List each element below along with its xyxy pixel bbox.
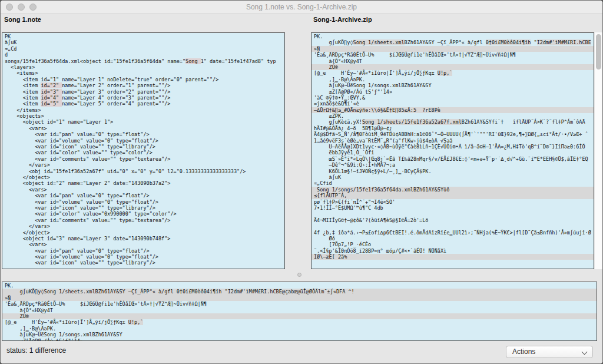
code-line: <var id="icon" value="" type="library"/>: [5, 205, 284, 211]
code-line: –Dê°¬^&9ì:Q›:Î•hMÃ7¬;a: [314, 162, 594, 168]
code-line: à{Ô°«HX@y4T: [314, 58, 594, 64]
code-line: <vars>: [5, 125, 284, 131]
code-line: <vars>: [5, 241, 284, 247]
code-line: <items>: [5, 70, 284, 76]
code-line: </object>: [5, 230, 284, 236]
code-line: ≈„Cd: [5, 46, 284, 52]
title-bar: Song 1.note vs. Song-1-Archive.zip: [1, 1, 602, 14]
code-line: à{Ô°«HX@y4T: [5, 307, 597, 313]
code-line: 7•1!ÎÍ–°Ë$UMΩ'™û¶"C 4db: [314, 205, 594, 211]
code-line: g∫uKÕ∏y◊Song 1/sheets.xmlBZh61AY&SY –Çï_…: [2, 289, 597, 294]
code-line: <layers>: [5, 64, 284, 70]
code-line: <var id="pan" value="0" type="float"/>: [5, 248, 284, 254]
code-line: hÄI#@&ÔÅà¿ 4–ö 5B¶1@Ü@–¢¿: [314, 125, 594, 131]
code-line: <objects>: [5, 113, 284, 119]
code-line: ZÚ®: [2, 313, 597, 319]
code-line: [314, 211, 594, 217]
window-title: Song 1.note vs. Song-1-Archive.zip: [1, 3, 602, 11]
filemerge-window: Song 1.note vs. Song-1-Archive.zip Song …: [0, 0, 603, 364]
actions-dropdown[interactable]: Actions: [506, 346, 593, 358]
code-line: <item id="5" name="Layer 5" order="4" pa…: [5, 101, 284, 107]
splitter-handle[interactable]: [297, 273, 302, 277]
code-line: <obj id="15fe1f36a52a67f" uid="0" x="0" …: [5, 168, 284, 174]
code-line: <var id="color" value="" type="color"/>: [5, 150, 284, 155]
code-line: 1…åé9vëF3s˙èØè„va¨RtÊM¨„R"(a"flKw›jû$4≥ò…: [314, 138, 594, 144]
code-line: ZÚ®: [312, 64, 594, 70]
code-line: [314, 223, 594, 229]
code-line: PK.: [314, 34, 594, 39]
code-line: <var id="color" value="0x990000" type="c…: [5, 211, 284, 217]
code-line: <var id="icon" value="" type="library"/>: [5, 260, 284, 266]
status-text: status: 1 difference: [6, 346, 66, 355]
code-line: ∞jxnåö$è&Q¶í'«è: [314, 101, 594, 107]
code-line: <var id="pan" value="0" type="float"/>: [5, 131, 284, 137]
code-line: <object id="2" name="Layer 2" date="1430…: [5, 180, 284, 186]
code-line: g∫uKÕ∏y◊Song 1/sheets.xmlBZh61AY&SY –Çï_…: [314, 39, 594, 45]
code-line: ‚]‗·B@\ÄəPK.: [5, 326, 597, 332]
code-line: ≈„Cfid: [314, 180, 594, 186]
merged-result-pane[interactable]: PK. g∫uKÕ∏y◊Song 1/sheets.xmlBZh61AY&SY …: [2, 282, 597, 341]
code-line: Øó: [314, 236, 594, 241]
code-line: <var id="volume" value="0" type="float"/…: [5, 199, 284, 205]
code-line: PK: [5, 34, 284, 39]
code-line: »Ñ: [312, 46, 594, 52]
code-line: </vars>: [5, 162, 284, 168]
code-line: pø¨fl‡P>€{fi¯πÎ^¯+"¬I4ë<SO': [314, 199, 594, 205]
code-line: <item id="1" name="Layer 1" noDelete="tr…: [5, 77, 284, 82]
code-line: [@_e H'Éy–'#Å«*iIùro|Ï']Å„ÿí/jÖ∑ƒKq± U!p…: [314, 70, 594, 76]
code-line: à∫uK@~ÜëSong 1/songs.xmlBZh61AY&SY: [5, 332, 597, 337]
code-line: <object id="1" name="Layer 1">: [5, 119, 284, 125]
code-line: à∫uK: [314, 174, 594, 180]
code-line: <var id="volume" value="0" type="float"/…: [5, 254, 284, 260]
code-line: –∆ÜrΩ†&∏≥‗#ÒÄn≤ÿñə:\\ó§&Ë†E∏85≤Ã:5 ?rE8P…: [312, 107, 594, 113]
code-line: </vars>: [5, 223, 284, 229]
code-line: ‚]‗·B@\ÄəPK.: [314, 77, 594, 82]
code-line: g∫uKè¢ä,yX!Song 1/sheets/15fe1f36a52a67f…: [314, 119, 594, 125]
left-file-content: PKà∫uK≈„Cddsongs/15fe1f36a5f64da.xml<obj…: [2, 33, 284, 266]
code-line: IØ\–æÈ[ 2ã%: [312, 254, 594, 260]
code-line: Ä4¬MIIÎyG©†–@¢ô&'?(òüîA¶èS@§I©Å=2ò'=Lö: [314, 217, 594, 223]
pane-label-right: Song-1-Archive.zip: [313, 16, 372, 23]
code-line: [7Õp7„!P_·éCÈo: [314, 241, 594, 247]
code-line: <var id="volume" value="0" type="float"/…: [5, 138, 284, 144]
code-line: <object id="3" name="Layer 3" date="1430…: [5, 236, 284, 241]
code-line: »Ñ: [2, 295, 597, 301]
code-line: songs/15fe1f36a5f64da.xml<object id="15f…: [5, 58, 284, 64]
right-file-content: PK. g∫uKÕ∏y◊Song 1/sheets.xmlBZh61AY&SY …: [312, 33, 594, 260]
chevron-down-icon: [582, 349, 588, 355]
code-line: <var id="pan" value="0" type="float"/>: [5, 193, 284, 198]
code-line: d: [5, 52, 284, 58]
code-line: ≤Z[Ä@PØ«/Áú tS'ƒ"'14»: [314, 89, 594, 95]
code-line: ≤ZPK.: [314, 113, 594, 119]
code-line: 4f ¿b,‡ îôə*á.›¬P≤£ofi∆p6€tBEI!.é.ômÅdAî…: [314, 230, 594, 236]
code-line: ¨.<Î§p'&Î0πÔö8_í28BP=π° œóµ/Ç#<•`âÉÜ! ÑÜ…: [314, 248, 594, 254]
code-line: ëbbJÿyê1¸Ò_`Òfi: [314, 150, 594, 155]
code-line: Ä4@$Dfä~S‗Ñ'/å¶0FòûìM¸9ëTDú¢ABBhH:a1©06ˆ…: [314, 131, 594, 137]
code-line: [@_e H'Éy–'#Å«*iIùro|Ï']Å„ÿí/jÖ∑ƒKq± U!p…: [5, 319, 597, 325]
vertical-scrollbar[interactable]: [594, 32, 603, 269]
code-line: <item id="4" name="Layer 4" order="3" pa…: [5, 95, 284, 101]
code-line: </items>: [5, 107, 284, 113]
scrollbar-thumb[interactable]: [596, 34, 601, 70]
code-line: ≤{flÄUTP¨Á,: [312, 193, 594, 198]
code-line: <vars>: [5, 187, 284, 193]
code-line: Song 1/songs/15fe1f36a5f64da.xmlBZh61AY&…: [312, 187, 594, 193]
code-line: œS`»È"ï*«LqÒ\|Œq8j`∞Ëã T£‰â28nMqr§/v/EÅ£…: [314, 156, 594, 162]
code-line: 'àC ®ÿ†®•Ÿ‗:ŒVY,&: [314, 95, 594, 101]
status-bar: status: 1 difference Actions: [1, 341, 602, 364]
code-line: PK.: [5, 283, 597, 289]
right-file-pane[interactable]: PK. g∫uKÕ∏y◊Song 1/sheets.xmlBZh61AY&SY …: [311, 32, 594, 269]
code-line: 'Êa&¸ÄRDpç*Rä0ÉtÕ–U% $íJŒ6Ú@fi1e'hÊÒåIŒ»…: [314, 52, 594, 58]
code-line: K6ÕL1œ§!–îJ¥OÑç§ÿ÷L/–¸]‗·BCyÇÄ$PK.: [314, 168, 594, 174]
code-line: à∫uK@~ÜëSong 1/songs.xmlBZh61AY&SY: [314, 82, 594, 88]
code-line: <item id="2" name="Layer 2" order="1" pa…: [5, 82, 284, 88]
left-file-pane[interactable]: PKà∫uK≈„Cddsongs/15fe1f36a5f64da.xml<obj…: [2, 32, 285, 269]
actions-dropdown-label: Actions: [512, 348, 535, 356]
code-line: <item id="3" name="Layer 3" order="2" pa…: [5, 89, 284, 95]
code-line: à∫uK: [5, 39, 284, 45]
code-line: <var id="comments" value="" type="textar…: [5, 156, 284, 162]
code-line: <var id="icon" value="" type="library"/>: [5, 144, 284, 150]
code-line: U–AëÅÅ@]XDt1vyc·«◊ÅB~ùÔÿë"€àè8ìLñ~1ÇÈ√ÛÒ…: [314, 144, 594, 150]
code-line: </object>: [5, 174, 284, 180]
merged-result-content: PK. g∫uKÕ∏y◊Song 1/sheets.xmlBZh61AY&SY …: [2, 282, 597, 341]
